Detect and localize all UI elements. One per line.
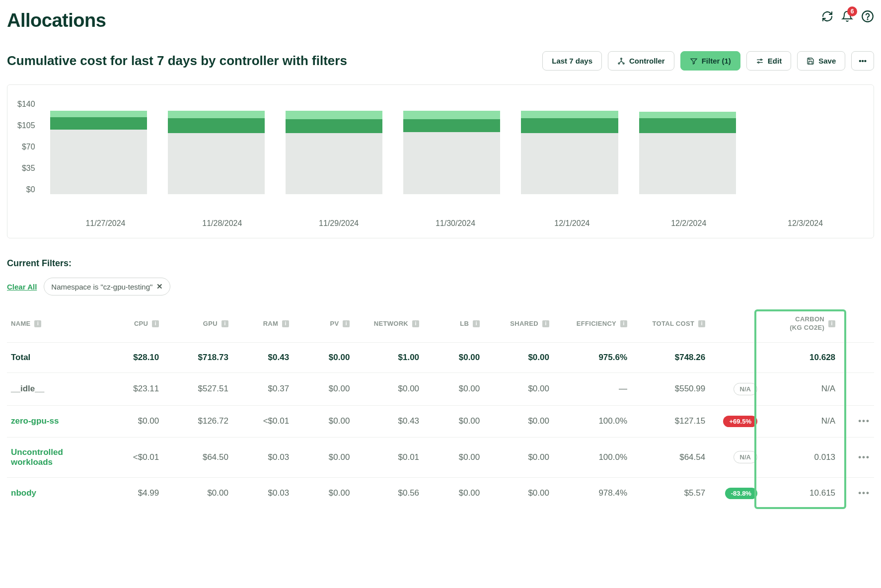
bar-seg-grey	[639, 133, 736, 195]
filter-chip-text: Namespace is "cz-gpu-testing"	[51, 283, 152, 291]
controller-label: Controller	[629, 57, 665, 65]
info-icon[interactable]: i	[473, 320, 480, 327]
table-row: nbody$4.99$0.00$0.03$0.00$0.56$0.00$0.00…	[7, 477, 874, 509]
y-tick: $70	[22, 143, 35, 151]
controller-button[interactable]: Controller	[608, 51, 674, 71]
cell-network: $0.43	[354, 405, 423, 437]
svg-point-5	[760, 59, 762, 61]
cell-efficiency: 975.6%	[553, 342, 631, 372]
more-icon: •••	[859, 57, 867, 65]
cell-efficiency: 978.4%	[553, 477, 631, 509]
bell-icon[interactable]: 6	[841, 10, 853, 22]
bar-seg-mid	[521, 118, 618, 133]
help-icon[interactable]	[861, 10, 874, 23]
cell-gpu: $0.00	[163, 477, 232, 509]
cell-carbon: 10.615	[761, 477, 839, 509]
row-more-icon[interactable]: •••	[858, 452, 870, 462]
svg-point-1	[867, 19, 868, 19]
th-pv[interactable]: PVi	[293, 309, 354, 342]
th-total-cost[interactable]: TOTAL COSTi	[631, 309, 709, 342]
th-carbon[interactable]: CARBON(KG CO2E) i	[761, 309, 839, 342]
cell-gpu: $64.50	[163, 437, 232, 477]
table-row: Uncontrolled workloads<$0.01$64.50$0.03$…	[7, 437, 874, 477]
th-network[interactable]: NETWORKi	[354, 309, 423, 342]
cell-carbon: N/A	[761, 372, 839, 405]
x-tick: 11/29/2024	[281, 219, 397, 228]
cell-carbon: 0.013	[761, 437, 839, 477]
th-name[interactable]: NAMEi	[7, 309, 102, 342]
cell-shared: $0.00	[484, 342, 553, 372]
info-icon[interactable]: i	[221, 320, 228, 327]
date-range-button[interactable]: Last 7 days	[542, 51, 602, 71]
x-tick: 12/2/2024	[630, 219, 747, 228]
info-icon[interactable]: i	[152, 320, 159, 327]
bar-column[interactable]	[168, 100, 265, 194]
svg-point-0	[862, 11, 873, 22]
page-title: Allocations	[7, 10, 106, 31]
bar-column[interactable]	[403, 100, 500, 194]
th-efficiency[interactable]: EFFICIENCYi	[553, 309, 631, 342]
bar-column[interactable]	[639, 100, 736, 194]
row-name-link[interactable]: nbody	[11, 488, 36, 498]
bar-seg-light	[403, 111, 500, 120]
filter-label: Filter (1)	[702, 57, 731, 65]
info-icon[interactable]: i	[698, 320, 705, 327]
bar-seg-grey	[286, 133, 382, 195]
cell-carbon: N/A	[761, 405, 839, 437]
bar-column[interactable]	[521, 100, 618, 194]
cell-efficiency: —	[553, 372, 631, 405]
info-icon[interactable]: i	[343, 320, 350, 327]
cell-shared: $0.00	[484, 372, 553, 405]
cell-pv: $0.00	[293, 477, 354, 509]
x-tick: 11/28/2024	[164, 219, 281, 228]
info-icon[interactable]: i	[620, 320, 627, 327]
row-name-link[interactable]: Uncontrolled workloads	[11, 447, 63, 467]
filter-button[interactable]: Filter (1)	[680, 51, 740, 71]
bar-column[interactable]	[757, 100, 854, 194]
y-tick: $105	[17, 121, 35, 130]
clear-filters-link[interactable]: Clear All	[7, 283, 37, 291]
info-icon[interactable]: i	[828, 320, 835, 327]
chart-panel: $140$105$70$35$0 11/27/202411/28/202411/…	[7, 84, 874, 238]
info-icon[interactable]: i	[34, 320, 41, 327]
edit-button[interactable]: Edit	[746, 51, 791, 71]
cell-total: $5.57	[631, 477, 709, 509]
cell-network: $0.56	[354, 477, 423, 509]
svg-point-3	[618, 63, 620, 64]
bar-seg-light	[50, 111, 147, 118]
row-more-icon[interactable]: •••	[858, 416, 870, 426]
x-tick: 12/1/2024	[514, 219, 630, 228]
chart-bars	[40, 100, 864, 194]
th-lb[interactable]: LBi	[423, 309, 484, 342]
save-icon	[807, 57, 814, 65]
svg-point-4	[623, 63, 624, 64]
refresh-icon[interactable]	[821, 10, 833, 22]
th-gpu[interactable]: GPUi	[163, 309, 232, 342]
row-more-icon[interactable]: •••	[858, 488, 870, 498]
cell-shared: $0.00	[484, 437, 553, 477]
cell-lb: $0.00	[423, 342, 484, 372]
cell-lb: $0.00	[423, 477, 484, 509]
filter-icon	[690, 57, 698, 65]
remove-filter-icon[interactable]: ✕	[156, 282, 163, 291]
bar-seg-grey	[50, 130, 147, 194]
bar-seg-mid	[50, 117, 147, 129]
th-cpu[interactable]: CPUi	[102, 309, 163, 342]
more-button[interactable]: •••	[851, 51, 874, 71]
x-tick: 12/3/2024	[747, 219, 864, 228]
info-icon[interactable]: i	[412, 320, 419, 327]
svg-point-6	[758, 62, 759, 63]
bar-column[interactable]	[286, 100, 382, 194]
table-row: zero-gpu-ss$0.00$126.72<$0.01$0.00$0.43$…	[7, 405, 874, 437]
row-name-link[interactable]: zero-gpu-ss	[11, 416, 59, 426]
cell-network: $0.00	[354, 372, 423, 405]
sliders-icon	[756, 57, 764, 65]
save-button[interactable]: Save	[797, 51, 845, 71]
th-ram[interactable]: RAMi	[232, 309, 293, 342]
info-icon[interactable]: i	[282, 320, 289, 327]
bar-column[interactable]	[50, 100, 147, 194]
cell-lb: $0.00	[423, 405, 484, 437]
th-shared[interactable]: SHAREDi	[484, 309, 553, 342]
info-icon[interactable]: i	[542, 320, 549, 327]
bar-seg-light	[286, 111, 382, 120]
